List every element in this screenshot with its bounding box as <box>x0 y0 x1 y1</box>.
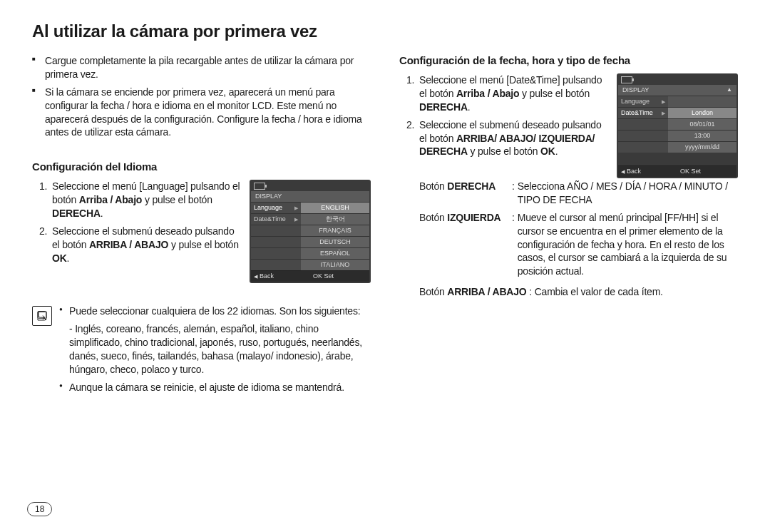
battery-icon <box>254 183 265 190</box>
left-column: Cargue completamente la pila recargable … <box>32 54 371 399</box>
note-languages-list: - Inglés, coreano, francés, alemán, espa… <box>59 322 371 377</box>
date-lcd-mockup: DISPLAY▲ Language▶ Date&Time▶ London 08/… <box>617 73 738 178</box>
battery-icon <box>621 76 632 83</box>
date-step-1: Seleccione el menú [Date&Time] pulsando … <box>399 73 610 114</box>
note-bullet-2: Aunque la cámara se reinicie, el ajuste … <box>59 381 371 394</box>
intro-bullet-1: Cargue completamente la pila recargable … <box>32 54 371 81</box>
date-heading: Configuración de la fecha, hora y tipo d… <box>399 54 738 66</box>
btn-derecha-desc: Botón DERECHA : Selecciona AÑO / MES / D… <box>399 180 738 207</box>
btn-izquierda-desc: Botón IZQUIERDA : Mueve el cursor al men… <box>399 211 738 278</box>
note-icon <box>32 306 52 326</box>
language-lcd-mockup: DISPLAY Language▶ ENGLISH Date&Time▶ 한국어… <box>250 180 371 283</box>
date-step-2: Seleccione el submenú deseado pulsando e… <box>399 118 610 159</box>
page-number: 18 <box>27 502 52 516</box>
page-title: Al utilizar la cámara por primera vez <box>32 21 738 41</box>
language-heading: Configuración del Idioma <box>32 160 371 173</box>
note-bullet-1: Puede seleccionar cualquiera de los 22 i… <box>59 305 371 318</box>
right-column: Configuración de la fecha, hora y tipo d… <box>399 54 738 399</box>
intro-bullet-2: Si la cámara se enciende por primera vez… <box>32 86 371 140</box>
lang-step-2: Seleccione el submenú deseado pulsando e… <box>32 225 242 265</box>
lang-step-1: Seleccione el menú [Language] pulsando e… <box>32 180 242 220</box>
btn-arriba-abajo-desc: Botón ARRIBA / ABAJO : Cambia el valor d… <box>399 285 738 299</box>
